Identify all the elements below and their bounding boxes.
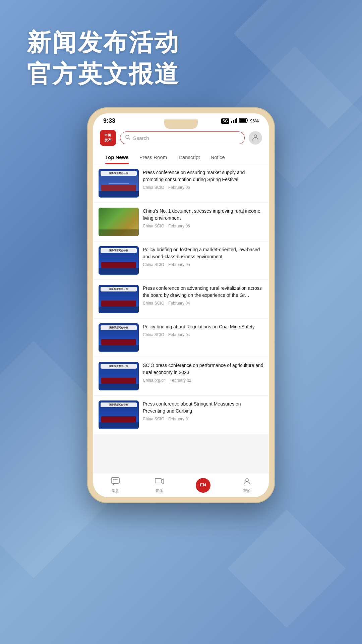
news-title: Press conference on ensuring market supp… [143,169,263,183]
news-meta: China SCIO February 04 [143,332,263,337]
svg-point-14 [246,479,248,481]
side-button-right-2 [274,201,275,228]
status-time: 9:33 [103,117,115,124]
news-content: Press conference on advancing rural revi… [143,285,263,306]
news-source: China SCIO [143,185,164,190]
search-placeholder: Search [133,135,149,141]
svg-rect-0 [231,121,232,123]
avatar[interactable] [249,131,262,145]
news-date: February 04 [168,332,190,337]
signal-bars-icon [231,118,237,124]
tab-transcript[interactable]: Transcript [172,150,205,164]
news-list: 国务院新闻办公室 Press conference on ensuring ma… [93,164,269,481]
search-bar[interactable]: Search [120,131,245,144]
nav-publish[interactable]: EN [181,478,225,493]
news-meta: China SCIO February 04 [143,301,263,306]
live-icon [155,477,164,487]
5g-icon: 5G [221,118,229,124]
news-thumbnail: 国务院新闻办公室 [99,323,139,352]
nav-messages-label: 消息 [112,488,119,493]
news-date: February 06 [168,185,190,190]
news-thumbnail: 国务院新闻办公室 [99,400,139,429]
news-title: Policy briefing about Regulations on Coa… [143,323,263,330]
list-item[interactable]: 国务院新闻办公室 SCIO press conference on perfor… [93,357,269,395]
list-item[interactable]: 国务院新闻办公室 Policy briefing about Regulatio… [93,319,269,357]
news-source: China SCIO [143,224,164,228]
news-title: Press conference about Stringent Measure… [143,400,263,415]
svg-rect-2 [235,119,236,123]
messages-icon [111,477,120,487]
svg-rect-10 [111,478,119,483]
news-source: China SCIO [143,417,164,421]
news-meta: China SCIO February 06 [143,185,263,190]
news-thumbnail: 国务院新闻办公室 [99,169,139,198]
news-title: SCIO press conference on performance of … [143,362,263,376]
svg-rect-13 [155,478,161,483]
header-block: 新闻发布活动 官方英文报道 [27,27,180,90]
tab-top-news[interactable]: Top News [100,150,134,164]
news-meta: China SCIO February 01 [143,417,263,421]
news-date: February 06 [168,224,190,228]
battery-percent: 96% [250,118,259,123]
news-content: China's No. 1 document stresses improvin… [143,208,263,228]
svg-rect-1 [233,120,234,123]
news-meta: China SCIO February 05 [143,262,263,267]
nav-live[interactable]: 直播 [137,477,181,493]
news-source: China SCIO [143,301,164,306]
side-button-left-1 [87,174,88,195]
news-title: China's No. 1 document stresses improvin… [143,208,263,222]
phone-screen: 9:33 5G [93,113,269,497]
news-date: February 01 [168,417,190,421]
news-content: Policy briefing about Regulations on Coa… [143,323,263,337]
app-header: 中国 发布 Search [93,127,269,150]
side-button-right-1 [274,168,275,195]
nav-live-label: 直播 [156,488,163,493]
svg-line-8 [129,138,130,140]
list-item[interactable]: 国务院新闻办公室 Press conference on ensuring ma… [93,164,269,202]
news-date: February 05 [168,262,190,267]
news-date: February 02 [170,378,191,383]
news-content: Press conference about Stringent Measure… [143,400,263,421]
battery-icon [239,118,248,124]
news-source: China SCIO [143,262,164,267]
logo-text-bottom: 发布 [104,138,112,143]
news-content: Press conference on ensuring market supp… [143,169,263,190]
news-title: Policy briefing on fostering a market-or… [143,246,263,260]
svg-rect-5 [247,119,248,121]
nav-profile[interactable]: 我的 [225,477,269,493]
list-item[interactable]: China's No. 1 document stresses improvin… [93,203,269,241]
tab-press-room[interactable]: Press Room [134,150,173,164]
header-line1: 新闻发布活动 [27,27,180,58]
news-meta: China.org.cn February 02 [143,378,263,383]
news-thumbnail: 国务院新闻办公室 [99,246,139,275]
nav-profile-label: 我的 [243,488,251,493]
news-source: China SCIO [143,332,164,337]
list-item[interactable]: 国务院新闻办公室 Press conference on advancing r… [93,280,269,318]
tabs: Top News Press Room Transcript Notice [93,150,269,164]
svg-rect-6 [240,119,246,122]
list-item[interactable]: 国务院新闻办公室 Policy briefing on fostering a … [93,241,269,279]
status-icons: 5G 96% [221,118,259,124]
profile-icon [252,133,259,143]
news-meta: China SCIO February 06 [143,224,263,228]
list-item[interactable]: 国务院新闻办公室 Press conference about Stringen… [93,396,269,434]
news-thumbnail [99,208,139,236]
logo-text-top: 中国 [105,133,111,138]
news-title: Press conference on advancing rural revi… [143,285,263,299]
news-content: Policy briefing on fostering a market-or… [143,246,263,267]
side-button-left-2 [87,201,88,221]
app-logo[interactable]: 中国 发布 [100,130,116,146]
phone-frame: 9:33 5G [87,107,275,503]
news-source: China.org.cn [143,378,166,383]
svg-point-9 [254,135,257,138]
news-thumbnail: 国务院新闻办公室 [99,285,139,313]
search-icon [125,135,130,141]
nav-messages[interactable]: 消息 [93,477,137,493]
news-date: February 04 [168,301,190,306]
phone-notch [164,119,198,129]
svg-rect-3 [236,118,237,123]
bottom-nav: 消息 直播 EN [93,473,269,497]
tab-notice[interactable]: Notice [205,150,230,164]
news-thumbnail: 国务院新闻办公室 [99,362,139,390]
profile-nav-icon [243,477,251,487]
